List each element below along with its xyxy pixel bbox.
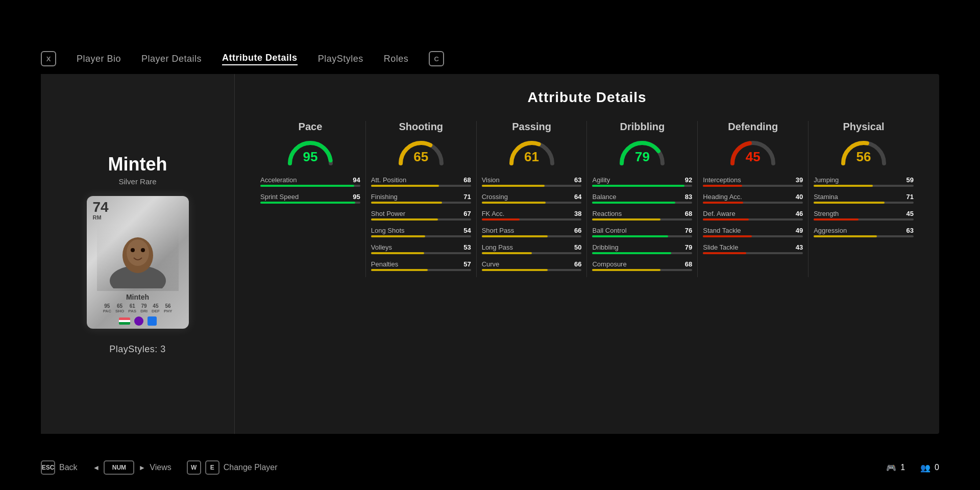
card-rating: 74 [93,200,109,214]
dribbling-label: Dribbling [592,121,692,133]
right-panel: Attribute Details Pace 95 [235,74,939,434]
counter-two-value: 0 [935,463,939,472]
attr-long-pass: Long Pass 50 [482,243,582,254]
shooting-gauge: 65 [371,138,471,166]
club-badge [148,316,157,326]
change-player-button[interactable]: W E Change Player [187,460,278,475]
card-stat-pas: 61 [130,303,135,309]
pace-value: 95 [303,149,317,165]
attr-interceptions: Interceptions 39 [703,176,803,187]
category-pace: Pace 95 Accelerati [255,121,366,277]
category-shooting: Shooting 65 Att. Positio [366,121,477,277]
category-passing: Passing 61 Vision [477,121,587,277]
attr-reactions: Reactions 68 [592,210,692,220]
pace-label: Pace [260,121,360,133]
nav-playstyles[interactable]: PlayStyles [318,54,363,64]
counter-one: 🎮 1 [886,463,905,473]
attr-jumping: Jumping 59 [814,176,914,187]
card-player-name: Minteh [126,293,149,301]
w-key: W [187,460,201,475]
back-button[interactable]: ESC Back [41,460,78,475]
nav-player-bio[interactable]: Player Bio [77,54,121,64]
physical-gauge: 56 [814,138,914,166]
dribbling-value: 79 [635,149,650,165]
counter-one-value: 1 [900,463,905,472]
attr-dribbling: Dribbling 79 [592,243,692,254]
change-player-label: Change Player [224,463,278,472]
c-key[interactable]: C [429,51,444,66]
attr-shot-power: Shot Power 67 [371,210,471,220]
bottom-right-controls: 🎮 1 👥 0 [886,463,939,473]
league-badge [134,316,143,326]
views-button[interactable]: ◄ NUM ► Views [93,460,172,475]
player-silhouette-svg [97,227,179,288]
physical-value: 56 [856,149,871,165]
categories-row: Pace 95 Accelerati [255,121,919,277]
defending-attrs: Interceptions 39 Heading Acc. 40 Def [703,176,803,254]
pace-gauge: 95 [260,138,360,166]
left-panel: Minteh Silver Rare 74 RM [41,74,235,434]
nav-roles[interactable]: Roles [384,54,409,64]
svg-point-5 [141,248,145,252]
attr-heading-acc-: Heading Acc. 40 [703,193,803,204]
attr-volleys: Volleys 53 [371,243,471,254]
num-key: NUM [104,460,134,475]
attr-agility: Agility 92 [592,176,692,187]
player-name: Minteh [108,154,167,175]
attr-finishing: Finishing 71 [371,193,471,204]
shooting-attrs: Att. Position 68 Finishing 71 Shot P [371,176,471,271]
defending-value: 45 [746,149,761,165]
attr-stamina: Stamina 71 [814,193,914,204]
flag-badge [119,317,130,325]
physical-attrs: Jumping 59 Stamina 71 Strength [814,176,914,237]
card-top: 74 RM [87,196,189,225]
counter-two: 👥 0 [920,463,939,473]
playstyles-text: PlayStyles: 3 [109,344,166,355]
close-key[interactable]: X [41,51,56,66]
attr-acceleration: Acceleration 94 [260,176,360,187]
card-stats-row: 95 PAC 65 SHO 61 PAS 79 DRI 45 DEF [103,303,173,313]
category-defending: Defending 45 Interceptio [698,121,808,277]
card-position: RM [93,214,102,220]
passing-gauge: 61 [482,138,582,166]
svg-point-3 [127,239,149,266]
dribbling-gauge: 79 [592,138,692,166]
attr-short-pass: Short Pass 66 [482,227,582,237]
fifa-card: 74 RM [87,196,189,329]
attr-stand-tackle: Stand Tackle 49 [703,227,803,237]
physical-header: Physical 56 [814,121,914,166]
card-stat-def: 45 [153,303,158,309]
nav-player-details[interactable]: Player Details [141,54,202,64]
passing-value: 61 [524,149,539,165]
attr-crossing: Crossing 64 [482,193,582,204]
attr-sprint-speed: Sprint Speed 95 [260,193,360,204]
dribbling-attrs: Agility 92 Balance 83 Reactions [592,176,692,271]
esc-key: ESC [41,460,55,475]
shooting-label: Shooting [371,121,471,133]
category-physical: Physical 56 Jumping [808,121,919,277]
defending-header: Defending 45 [703,121,803,166]
defending-gauge: 45 [703,138,803,166]
svg-point-4 [131,248,135,252]
shooting-value: 65 [413,149,428,165]
bottom-bar: ESC Back ◄ NUM ► Views W E Change Player… [41,460,939,475]
attr-slide-tackle: Slide Tackle 43 [703,243,803,254]
category-dribbling: Dribbling 79 Agility [587,121,698,277]
card-player-image [97,225,179,291]
views-label: Views [150,463,171,472]
player-rarity: Silver Rare [118,177,156,186]
back-label: Back [59,463,78,472]
shooting-header: Shooting 65 [371,121,471,166]
attr-fk-acc-: FK Acc. 38 [482,210,582,220]
main-container: Minteh Silver Rare 74 RM [41,74,939,434]
attr-strength: Strength 45 [814,210,914,220]
attr-ball-control: Ball Control 76 [592,227,692,237]
passing-label: Passing [482,121,582,133]
attr-balance: Balance 83 [592,193,692,204]
nav-attribute-details[interactable]: Attribute Details [222,53,298,65]
page-title: Attribute Details [255,89,919,106]
pace-header: Pace 95 [260,121,360,166]
attr-att--position: Att. Position 68 [371,176,471,187]
attr-penalties: Penalties 57 [371,260,471,271]
attr-composure: Composure 68 [592,260,692,271]
